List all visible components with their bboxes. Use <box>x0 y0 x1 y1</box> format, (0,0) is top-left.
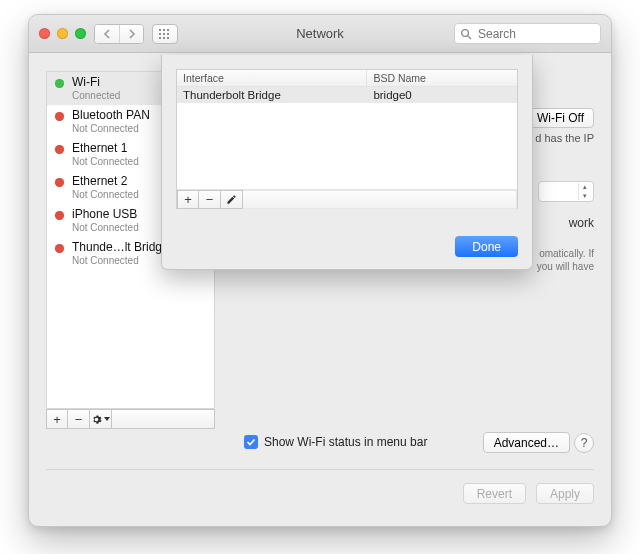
status-dot-icon <box>55 211 64 220</box>
table-footer: + − <box>177 189 517 208</box>
add-virtual-interface-button[interactable]: + <box>177 190 199 209</box>
svg-rect-0 <box>159 29 161 31</box>
revert-button[interactable]: Revert <box>463 483 526 504</box>
zoom-window-button[interactable] <box>75 28 86 39</box>
select-stepper-icon: ▴▾ <box>578 183 591 200</box>
network-label-fragment: work <box>569 216 594 230</box>
separator <box>46 469 594 470</box>
cell-interface: Thunderbolt Bridge <box>177 87 367 103</box>
sidebar-footer-spacer <box>112 409 215 429</box>
svg-point-9 <box>462 29 469 36</box>
col-bsd-name[interactable]: BSD Name <box>367 70 517 86</box>
back-button[interactable] <box>95 25 119 43</box>
svg-rect-2 <box>167 29 169 31</box>
sidebar-item-status: Not Connected <box>72 189 139 201</box>
network-name-select[interactable]: ▴▾ <box>538 181 594 202</box>
sidebar-item-status: Not Connected <box>72 255 169 267</box>
table-row[interactable]: Thunderbolt Bridge bridge0 <box>177 87 517 103</box>
sidebar-item-label: Wi-Fi <box>72 76 120 90</box>
search-input[interactable] <box>476 26 595 42</box>
prefs-window: Network Wi-Fi Connected Bluetooth PAN No… <box>28 14 612 527</box>
gear-icon <box>91 414 102 425</box>
minimize-window-button[interactable] <box>57 28 68 39</box>
show-wifi-label: Show Wi-Fi status in menu bar <box>264 435 427 449</box>
nav-back-forward <box>94 24 144 44</box>
advanced-button[interactable]: Advanced… <box>483 432 570 453</box>
svg-rect-3 <box>159 33 161 35</box>
search-icon <box>460 28 472 40</box>
remove-virtual-interface-button[interactable]: − <box>199 190 221 209</box>
sidebar-item-label: Thunde…lt Bridge <box>72 241 169 255</box>
sidebar-footer: + − <box>46 409 215 429</box>
status-dot-icon <box>55 79 64 88</box>
pencil-icon <box>226 194 237 205</box>
col-interface[interactable]: Interface <box>177 70 367 86</box>
show-wifi-status-row[interactable]: Show Wi-Fi status in menu bar <box>244 435 427 449</box>
status-text-fragment: d has the IP <box>535 131 594 146</box>
virtual-interfaces-sheet: Interface BSD Name Thunderbolt Bridge br… <box>161 55 533 270</box>
window-controls <box>39 28 86 39</box>
hint-text-fragment: omatically. If you will have <box>537 248 594 273</box>
titlebar: Network <box>29 15 611 53</box>
sidebar-item-status: Not Connected <box>72 123 150 135</box>
sidebar-item-label: iPhone USB <box>72 208 139 222</box>
svg-rect-5 <box>167 33 169 35</box>
svg-rect-1 <box>163 29 165 31</box>
status-dot-icon <box>55 112 64 121</box>
footer-buttons: Revert Apply <box>463 483 594 504</box>
help-button[interactable]: ? <box>574 433 594 453</box>
sidebar-item-status: Not Connected <box>72 156 139 168</box>
svg-rect-6 <box>159 37 161 39</box>
interfaces-table: Interface BSD Name Thunderbolt Bridge br… <box>176 69 518 209</box>
show-all-button[interactable] <box>152 24 178 44</box>
svg-rect-8 <box>167 37 169 39</box>
forward-button[interactable] <box>119 25 143 43</box>
sidebar-item-label: Bluetooth PAN <box>72 109 150 123</box>
status-dot-icon <box>55 178 64 187</box>
sidebar-item-status: Not Connected <box>72 222 139 234</box>
svg-rect-4 <box>163 33 165 35</box>
done-button[interactable]: Done <box>455 236 518 257</box>
add-interface-button[interactable]: + <box>46 409 68 429</box>
sidebar-item-status: Connected <box>72 90 120 102</box>
status-dot-icon <box>55 244 64 253</box>
turn-wifi-off-button[interactable]: Wi-Fi Off <box>527 108 594 128</box>
checkbox-checked-icon[interactable] <box>244 435 258 449</box>
close-window-button[interactable] <box>39 28 50 39</box>
search-field[interactable] <box>454 23 601 44</box>
remove-interface-button[interactable]: − <box>68 409 90 429</box>
svg-rect-7 <box>163 37 165 39</box>
chevron-down-icon <box>104 417 110 422</box>
cell-bsd-name: bridge0 <box>367 87 517 103</box>
svg-line-10 <box>468 35 471 38</box>
edit-virtual-interface-button[interactable] <box>221 190 243 209</box>
table-footer-spacer <box>243 190 517 209</box>
apply-button[interactable]: Apply <box>536 483 594 504</box>
actions-menu-button[interactable] <box>90 409 112 429</box>
status-dot-icon <box>55 145 64 154</box>
table-header-row: Interface BSD Name <box>177 70 517 87</box>
sidebar-item-label: Ethernet 1 <box>72 142 139 156</box>
sidebar-item-label: Ethernet 2 <box>72 175 139 189</box>
